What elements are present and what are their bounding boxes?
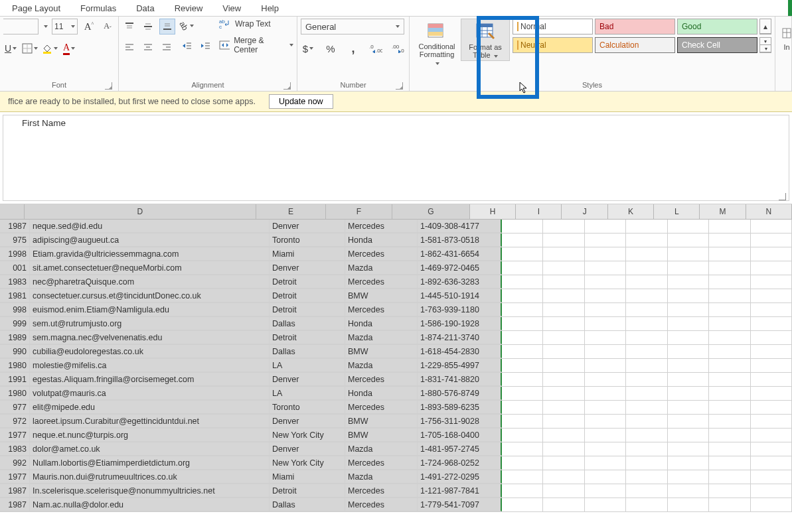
cell[interactable] [668, 373, 709, 387]
decrease-font-button[interactable]: Aˇ [100, 19, 115, 34]
cell[interactable] [502, 289, 543, 303]
cell[interactable] [585, 373, 626, 387]
cell[interactable]: sit.amet.consectetuer@nequeMorbi.com [30, 261, 270, 275]
cell[interactable] [543, 470, 584, 484]
percent-button[interactable]: % [323, 41, 338, 56]
cell[interactable] [668, 289, 709, 303]
cell[interactable]: Denver [270, 261, 345, 275]
cell[interactable]: LA [270, 359, 345, 372]
col-header-i[interactable]: I [516, 204, 562, 219]
cell[interactable] [585, 261, 626, 275]
cell[interactable] [626, 401, 667, 415]
cell[interactable] [626, 261, 667, 275]
cell[interactable] [626, 484, 667, 498]
cell[interactable] [543, 233, 584, 247]
table-row[interactable]: 1987neque.sed@id.eduDenverMercedes1-409-… [0, 220, 792, 233]
cell[interactable] [543, 456, 584, 470]
cell[interactable]: 1-724-968-0252 [418, 456, 502, 470]
cell[interactable] [626, 220, 667, 233]
cell[interactable] [668, 498, 709, 512]
cell[interactable]: In.scelerisque.scelerisque@nonummyultric… [30, 484, 270, 498]
font-color-button[interactable]: A [62, 41, 76, 56]
align-center-button[interactable] [141, 40, 155, 54]
cell[interactable] [751, 442, 792, 456]
cell[interactable] [543, 345, 584, 359]
cell[interactable] [709, 345, 750, 359]
align-top-button[interactable] [122, 19, 137, 34]
dialog-launcher-icon[interactable] [105, 82, 112, 90]
cell[interactable]: 1-469-972-0465 [418, 261, 502, 275]
col-header-g[interactable]: G [392, 204, 470, 219]
cell[interactable] [709, 289, 750, 303]
cell[interactable] [585, 484, 626, 498]
cell[interactable]: Mercedes [345, 484, 418, 498]
cell[interactable] [709, 442, 750, 456]
cell[interactable] [585, 442, 626, 456]
cell[interactable] [502, 247, 543, 261]
cell[interactable] [585, 456, 626, 470]
cell[interactable] [502, 345, 543, 359]
cell[interactable]: 1-892-636-3283 [418, 275, 502, 289]
cell[interactable]: neque.et.nunc@turpis.org [30, 429, 270, 442]
cell[interactable]: 1-763-939-1180 [418, 303, 502, 316]
cell[interactable] [709, 317, 750, 331]
cell[interactable]: Denver [270, 442, 345, 456]
cell[interactable]: Miami [270, 247, 345, 261]
cell[interactable] [709, 429, 750, 442]
cell[interactable]: 1-893-589-6235 [418, 401, 502, 414]
align-left-button[interactable] [122, 40, 137, 54]
cell[interactable] [626, 345, 667, 359]
dialog-launcher-icon[interactable] [283, 82, 291, 90]
font-dropdown-icon[interactable] [44, 25, 48, 28]
cell[interactable] [502, 429, 543, 442]
cell[interactable]: 1-445-510-1914 [418, 289, 502, 302]
borders-button[interactable] [22, 41, 38, 56]
cell[interactable] [626, 331, 667, 345]
cell[interactable]: BMW [345, 289, 418, 302]
style-good[interactable]: Good [677, 19, 757, 34]
cell[interactable]: 1-705-168-0400 [418, 429, 502, 442]
cell[interactable] [709, 415, 750, 429]
update-now-button[interactable]: Update now [269, 94, 333, 109]
cell[interactable] [626, 233, 667, 247]
cell[interactable] [626, 456, 667, 470]
col-header-f[interactable]: F [326, 204, 392, 219]
cell[interactable] [751, 345, 792, 359]
cell[interactable] [543, 275, 584, 289]
cell[interactable] [668, 387, 709, 401]
cell[interactable] [751, 387, 792, 401]
cell[interactable] [585, 415, 626, 429]
cell[interactable] [585, 331, 626, 345]
cell[interactable] [751, 415, 792, 429]
cell[interactable]: Dallas [270, 498, 345, 511]
cell[interactable] [585, 303, 626, 317]
cell[interactable] [751, 261, 792, 275]
cell[interactable] [668, 331, 709, 345]
table-row[interactable]: 1987Nam.ac.nulla@dolor.eduDallasMercedes… [0, 498, 792, 512]
style-calculation[interactable]: Calculation [595, 37, 675, 53]
cell[interactable]: 1998 [0, 247, 30, 261]
cell[interactable] [502, 220, 543, 233]
cell[interactable] [668, 415, 709, 429]
cell[interactable]: 1989 [0, 331, 30, 344]
cell[interactable] [709, 401, 750, 415]
cell[interactable] [751, 317, 792, 331]
cell[interactable] [751, 233, 792, 247]
cell[interactable]: BMW [345, 415, 418, 428]
cell[interactable] [502, 484, 543, 498]
cell[interactable]: volutpat@mauris.ca [30, 387, 270, 400]
col-header-l[interactable]: L [654, 204, 700, 219]
table-row[interactable]: 977elit@mipede.eduTorontoMercedes1-893-5… [0, 401, 792, 415]
cell[interactable] [626, 247, 667, 261]
cell[interactable]: 1-586-190-1928 [418, 317, 502, 330]
cell[interactable] [626, 317, 667, 331]
table-row[interactable]: 1987In.scelerisque.scelerisque@nonummyul… [0, 484, 792, 498]
cell[interactable] [543, 415, 584, 429]
cell[interactable]: 1981 [0, 289, 30, 302]
cell[interactable]: 1983 [0, 275, 30, 289]
cell[interactable]: 1-831-741-8820 [418, 373, 502, 386]
cell[interactable]: 1977 [0, 470, 30, 484]
spreadsheet-grid[interactable]: D E F G H I J K L M N 1987neque.sed@id.e… [0, 204, 792, 512]
cell[interactable]: Mercedes [345, 247, 418, 261]
style-normal[interactable]: Normal [513, 19, 593, 34]
